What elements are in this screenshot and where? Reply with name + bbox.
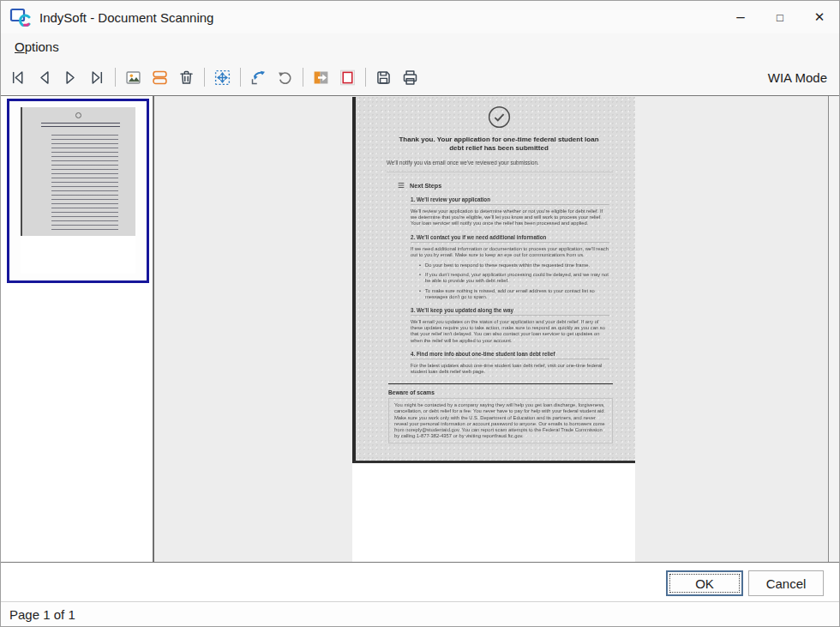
thumbnail-page-1[interactable] (7, 99, 149, 283)
doc-step-4-body: For the latest updates about one-time st… (411, 363, 609, 375)
crop-border-button[interactable] (336, 66, 359, 89)
cancel-button[interactable]: Cancel (748, 570, 824, 596)
image-icon (124, 69, 142, 87)
doc-step-2-body: If we need additional information or doc… (411, 246, 609, 258)
export-icon (312, 69, 330, 87)
thumbnail-mini-page (21, 107, 135, 274)
list-icon (397, 181, 405, 190)
toolbar-separator (365, 68, 366, 87)
split-pages-button[interactable] (148, 66, 171, 89)
thumbnail-panel[interactable] (1, 96, 154, 562)
doc-bullet: Do your best to respond to these request… (419, 262, 609, 268)
app-logo-icon (9, 8, 32, 27)
toolbar-separator (240, 68, 241, 87)
trash-icon (177, 69, 195, 87)
scanned-page-image: Thank you. Your application for one-time… (352, 97, 635, 463)
toolbar-separator (204, 68, 205, 87)
doc-step-4-title: 4. Find more info about one-time student… (411, 351, 609, 359)
rotate-right-button[interactable] (273, 66, 297, 89)
fit-to-window-icon (213, 69, 231, 87)
doc-step-4: 4. Find more info about one-time student… (411, 351, 609, 375)
doc-step-2-title: 2. We'll contact you if we need addition… (411, 234, 609, 243)
rotate-right-icon (276, 69, 294, 87)
doc-steps: 1. We'll review your application We'll r… (411, 196, 609, 375)
last-page-button[interactable] (86, 66, 109, 89)
maximize-button[interactable]: □ (760, 1, 800, 33)
check-circle-icon (488, 106, 511, 129)
scanned-page: Thank you. Your application for one-time… (352, 97, 635, 562)
title-bar: IndySoft - Document Scanning – □ ✕ (1, 1, 839, 33)
print-icon (401, 69, 419, 87)
window-controls: – □ ✕ (721, 1, 839, 33)
menu-options[interactable]: Options (11, 38, 63, 56)
toolbar-separator (115, 68, 116, 87)
save-icon (375, 69, 393, 87)
export-button[interactable] (309, 66, 333, 89)
doc-subtext: We'll notify you via email once we've re… (387, 160, 613, 172)
ok-button[interactable]: OK (666, 570, 743, 596)
page-count-label: Page 1 of 1 (9, 607, 75, 622)
minimize-button[interactable]: – (721, 1, 760, 33)
previous-page-icon (35, 69, 53, 87)
image-button[interactable] (122, 66, 145, 89)
doc-bullet: If you don't respond, your application p… (419, 272, 609, 284)
doc-step-1-body: We'll review your application to determi… (411, 208, 609, 227)
doc-bullet: To make sure nothing is missed, add our … (419, 288, 609, 300)
window-title: IndySoft - Document Scanning (39, 10, 213, 25)
content-area: Thank you. Your application for one-time… (1, 95, 839, 563)
thumbnail-heading-lines (41, 123, 120, 129)
save-button[interactable] (372, 66, 395, 89)
previous-page-button[interactable] (33, 66, 56, 89)
crop-border-icon (339, 69, 357, 87)
doc-heading: Thank you. Your application for one-time… (392, 136, 606, 153)
thumbnail-scan-region (21, 107, 135, 236)
doc-step-1-title: 1. We'll review your application (411, 196, 609, 205)
preview-area[interactable]: Thank you. Your application for one-time… (154, 96, 829, 562)
next-page-icon (62, 69, 80, 87)
doc-step-3-body: We'll email you updates on the status of… (411, 319, 609, 344)
document-scanning-window: IndySoft - Document Scanning – □ ✕ Optio… (0, 0, 840, 627)
first-page-button[interactable] (6, 66, 29, 89)
last-page-icon (88, 69, 106, 87)
status-bar: Page 1 of 1 (1, 601, 839, 626)
thumbnail-check-icon (75, 112, 81, 118)
doc-step-2-bullets: Do your best to respond to these request… (419, 262, 609, 300)
print-button[interactable] (399, 66, 422, 89)
first-page-icon (9, 69, 27, 87)
doc-step-3-title: 3. We'll keep you updated along the way (411, 307, 609, 316)
split-pages-icon (151, 69, 169, 87)
thumbnail-text-lines (51, 135, 118, 231)
doc-step-2: 2. We'll contact you if we need addition… (411, 234, 609, 300)
doc-scams-body: You might be contacted by a company sayi… (388, 398, 613, 443)
delete-button[interactable] (175, 66, 198, 89)
fit-to-window-button[interactable] (211, 66, 234, 89)
rotate-left-button[interactable] (247, 66, 270, 89)
doc-step-3: 3. We'll keep you updated along the way … (411, 307, 609, 344)
menu-bar: Options (1, 33, 839, 59)
next-steps-row: Next Steps (397, 181, 613, 190)
toolbar: WIA Mode (1, 59, 839, 95)
doc-step-1: 1. We'll review your application We'll r… (411, 196, 609, 227)
dialog-button-row: OK Cancel (1, 563, 839, 601)
close-button[interactable]: ✕ (800, 1, 839, 33)
next-steps-label: Next Steps (410, 182, 441, 190)
thumbnail-blank-region (21, 236, 135, 274)
rotate-left-icon (249, 69, 267, 87)
next-page-button[interactable] (59, 66, 82, 89)
wia-mode-label: WIA Mode (768, 70, 827, 85)
doc-divider (388, 383, 613, 384)
toolbar-separator (303, 68, 303, 87)
doc-scams-title: Beware of scams (388, 389, 613, 395)
